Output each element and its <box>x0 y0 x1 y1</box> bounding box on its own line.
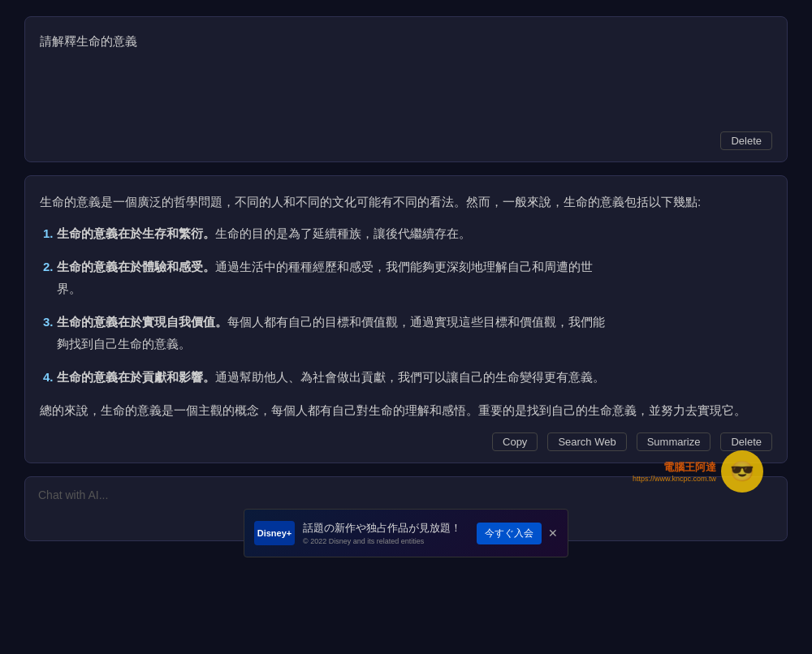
ad-cta-button[interactable]: 今すぐ入会 <box>477 523 542 544</box>
bottom-area: Chat with AI... Disney+ 話題の新作や独占作品が見放題！ … <box>24 476 788 557</box>
disney-logo-text: Disney+ <box>257 528 292 538</box>
ad-close-button[interactable]: ✕ <box>548 527 558 540</box>
answer-conclusion: 總的來說，生命的意義是一個主觀的概念，每個人都有自己對生命的理解和感悟。重要的是… <box>40 399 772 421</box>
page-container: 請解釋生命的意義 Delete 生命的意義是一個廣泛的哲學問題，不同的人和不同的… <box>0 0 812 654</box>
ad-logo-area: Disney+ <box>254 521 295 545</box>
answer-actions: Copy Search Web Summarize Delete <box>40 432 772 451</box>
copy-button[interactable]: Copy <box>492 432 538 451</box>
question-card: 請解釋生命的意義 Delete <box>24 16 788 162</box>
search-web-button[interactable]: Search Web <box>547 432 626 451</box>
item-4-number: 4. <box>43 370 57 384</box>
question-delete-button[interactable]: Delete <box>720 131 772 150</box>
ad-copyright: © 2022 Disney and its related entities <box>303 537 469 545</box>
item-2-bold: 生命的意義在於體驗和感受。 <box>57 260 215 273</box>
item-1-bold: 生命的意義在於生存和繁衍。 <box>57 226 215 240</box>
item-3-bold: 生命的意義在於實現自我價值。 <box>57 315 227 329</box>
answer-item-2: 2. 生命的意義在於體驗和感受。通過生活中的種種經歷和感受，我們能夠更深刻地理解… <box>40 256 772 299</box>
chat-input-placeholder[interactable]: Chat with AI... <box>38 488 774 501</box>
answer-item-1: 1. 生命的意義在於生存和繁衍。生命的目的是為了延續種族，讓後代繼續存在。 <box>40 222 772 244</box>
answer-intro: 生命的意義是一個廣泛的哲學問題，不同的人和不同的文化可能有不同的看法。然而，一般… <box>40 191 772 213</box>
answer-item-4: 4. 生命的意義在於貢獻和影響。通過幫助他人、為社會做出貢獻，我們可以讓自己的生… <box>40 366 772 388</box>
item-2-number: 2. <box>43 260 57 273</box>
ad-content: 話題の新作や独占作品が見放題！ © 2022 Disney and its re… <box>295 521 477 545</box>
question-text: 請解釋生命的意義 <box>40 32 772 51</box>
ad-main-text: 話題の新作や独占作品が見放題！ <box>303 521 469 536</box>
item-1-number: 1. <box>43 226 57 240</box>
answer-text: 生命的意義是一個廣泛的哲學問題，不同的人和不同的文化可能有不同的看法。然而，一般… <box>40 191 772 421</box>
ad-banner: Disney+ 話題の新作や独占作品が見放題！ © 2022 Disney an… <box>244 509 568 557</box>
disney-plus-logo: Disney+ <box>254 521 295 545</box>
summarize-button[interactable]: Summarize <box>637 432 711 451</box>
question-card-actions: Delete <box>40 131 772 150</box>
answer-card: 生命的意義是一個廣泛的哲學問題，不同的人和不同的文化可能有不同的看法。然而，一般… <box>24 175 788 463</box>
item-3-number: 3. <box>43 315 57 329</box>
answer-delete-button[interactable]: Delete <box>720 432 772 451</box>
answer-item-3: 3. 生命的意義在於實現自我價值。每個人都有自己的目標和價值觀，通過實現這些目標… <box>40 311 772 355</box>
item-4-bold: 生命的意義在於貢獻和影響。 <box>57 370 215 384</box>
